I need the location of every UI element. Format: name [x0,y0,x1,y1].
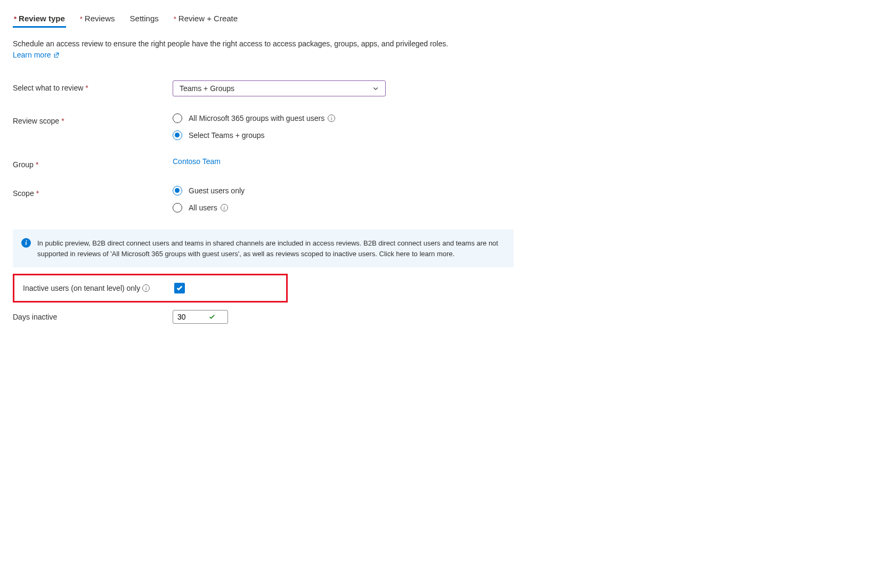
group-label: Group * [13,157,173,169]
checkmark-icon [176,284,183,292]
radio-all-users[interactable]: All users i [173,203,439,213]
days-inactive-row: Days inactive [13,310,864,324]
radio-select-teams[interactable]: Select Teams + groups [173,130,439,140]
chevron-down-icon [372,85,379,92]
info-icon[interactable]: i [142,284,150,292]
required-indicator: * [61,117,64,125]
external-link-icon [53,52,60,58]
select-what-label: Select what to review * [13,80,173,92]
info-icon[interactable]: i [328,115,335,122]
select-what-row: Select what to review * Teams + Groups [13,80,864,96]
required-indicator: * [36,189,39,198]
review-scope-row: Review scope * All Microsoft 365 groups … [13,113,864,140]
tab-reviews[interactable]: * Reviews [79,11,116,28]
info-banner-text: In public preview, B2B direct connect us… [37,238,505,259]
radio-circle [173,113,182,123]
tab-label: Review type [19,14,65,23]
inactive-users-highlight: Inactive users (on tenant level) only i [13,274,288,303]
tab-review-create[interactable]: * Review + Create [173,11,239,28]
radio-guest-users[interactable]: Guest users only [173,186,439,195]
select-what-dropdown[interactable]: Teams + Groups [173,80,386,96]
group-row: Group * Contoso Team [13,157,864,169]
tabs-container: * Review type * Reviews Settings * Revie… [13,11,864,28]
radio-all-groups[interactable]: All Microsoft 365 groups with guest user… [173,113,439,123]
required-indicator: * [174,15,176,23]
page-description: Schedule an access review to ensure the … [13,38,864,50]
info-icon[interactable]: i [221,204,228,211]
checkmark-icon [208,313,216,321]
info-banner: i In public preview, B2B direct connect … [13,230,514,267]
radio-circle [173,186,182,195]
radio-label-text: All users [189,203,217,212]
days-inactive-input[interactable] [177,313,204,321]
group-link[interactable]: Contoso Team [173,157,221,166]
inactive-users-checkbox[interactable] [174,283,185,293]
learn-more-link[interactable]: Learn more [13,51,60,59]
tab-label: Settings [130,14,159,23]
learn-more-text: Learn more [13,51,51,59]
radio-circle [173,203,182,213]
tab-review-type[interactable]: * Review type [13,11,66,28]
days-inactive-label: Days inactive [13,313,173,321]
tab-label: Reviews [85,14,115,23]
required-indicator: * [36,160,38,169]
radio-label-text: All Microsoft 365 groups with guest user… [189,114,324,123]
scope-label: Scope * [13,186,173,198]
required-indicator: * [80,15,83,23]
radio-label-text: Guest users only [189,186,245,195]
radio-circle [173,130,182,140]
days-inactive-input-wrapper [173,310,228,324]
inactive-users-label: Inactive users (on tenant level) only i [23,284,174,292]
review-scope-label: Review scope * [13,113,173,125]
required-indicator: * [85,84,88,92]
scope-row: Scope * Guest users only All users i [13,186,864,213]
tab-settings[interactable]: Settings [129,11,160,28]
info-banner-icon: i [21,238,31,248]
radio-label-text: Select Teams + groups [189,131,265,140]
tab-label: Review + Create [178,14,238,23]
select-what-value: Teams + Groups [180,84,234,93]
required-indicator: * [14,15,17,23]
